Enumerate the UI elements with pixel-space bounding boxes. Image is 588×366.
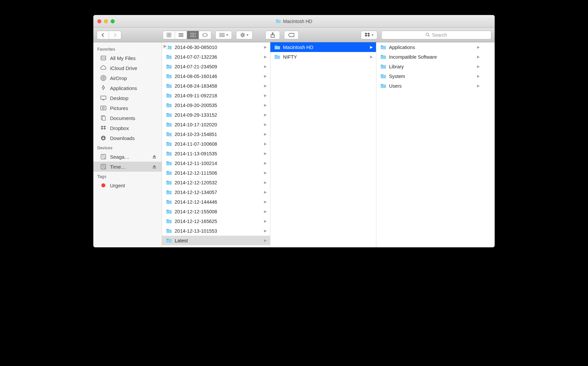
file-row[interactable]: NIFTY▶ [270,52,376,62]
sidebar-item[interactable]: Dropbox [93,123,162,133]
sidebar-item-label: Desktop [110,95,128,101]
file-row[interactable]: Incompatible Software▶ [376,52,483,62]
sidebar-item[interactable]: AirDrop [93,73,162,83]
back-button[interactable] [97,31,109,39]
file-row[interactable]: 2014-10-17-102020▶ [162,120,270,129]
sidebar-item[interactable]: Documents [93,113,162,123]
svg-line-30 [428,35,430,37]
file-row[interactable]: 2014-12-12-134057▶ [162,187,270,197]
list-view-button[interactable] [175,31,187,39]
search-icon [426,33,430,37]
chevron-right-icon: ▶ [264,84,267,88]
file-row[interactable]: 2014-12-12-111506▶ [162,168,270,178]
sidebar-item[interactable]: Desktop [93,93,162,103]
sidebar-item[interactable]: Urgent [93,180,162,190]
dropbox-button-group: ▾ [361,31,377,39]
sidebar-item[interactable]: All My Files [93,53,162,63]
file-row[interactable]: 2014-11-13-091535▶ [162,149,270,158]
svg-rect-31 [101,56,106,60]
file-row[interactable]: Macintosh HD▶ [270,42,376,52]
file-row[interactable]: 2014-12-12-155008▶ [162,207,270,216]
zoom-window-button[interactable] [111,19,115,23]
arrange-button[interactable]: ▾ [216,31,232,39]
eject-icon[interactable] [152,165,156,169]
arrange-icon [219,33,225,37]
svg-rect-13 [219,33,221,34]
svg-rect-54 [153,168,156,168]
icon-view-button[interactable] [163,31,175,39]
file-label: 2014-12-11-100214 [175,161,217,166]
sidebar-section-header: Favorites [93,44,162,53]
folder-icon [166,200,172,204]
file-row[interactable]: 2014-06-30-085010▶ [162,42,270,52]
svg-point-48 [102,155,104,157]
folder-icon [166,93,172,98]
forward-button[interactable] [109,31,121,39]
all-my-files-icon [100,55,107,61]
file-row[interactable]: 2014-08-05-160146▶ [162,71,270,81]
file-row[interactable]: Library▶ [376,62,483,71]
file-row[interactable]: 2014-07-21-234509▶ [162,62,270,71]
chevron-right-icon: ▶ [264,132,267,136]
file-row[interactable]: 2014-08-24-183458▶ [162,81,270,91]
tag-red-icon [100,182,107,189]
folder-icon [166,122,172,127]
sidebar-item[interactable]: Downloads [93,133,162,143]
chevron-right-icon: ▶ [477,64,480,69]
downloads-icon [100,135,107,141]
file-label: 2014-11-13-091535 [175,151,217,156]
file-row[interactable]: Users▶ [376,81,483,91]
file-label: 2014-12-12-155008 [175,209,217,214]
chevron-right-icon: ▶ [264,93,267,98]
folder-icon [166,64,172,69]
sidebar-item[interactable]: Applications [93,83,162,93]
file-row[interactable]: 2014-12-13-101553▶ [162,226,270,236]
file-row[interactable]: 2014-09-11-092218▶ [162,91,270,100]
file-row[interactable]: 2014-10-23-154851▶ [162,129,270,139]
coverflow-view-button[interactable] [199,31,211,39]
file-label: NIFTY [283,54,297,60]
minimize-window-button[interactable] [104,19,108,23]
sidebar-item[interactable]: Seaga… [93,152,162,162]
sidebar-item-label: Dropbox [110,125,129,131]
sidebar-item[interactable]: iCloud Drive [93,63,162,73]
eject-icon[interactable] [152,155,156,159]
file-row[interactable]: 2014-12-12-165625▶ [162,216,270,226]
sidebar-item[interactable]: Time… [93,162,162,172]
file-row[interactable]: System▶ [376,71,483,81]
window-title-text: Macintosh HD [283,19,312,24]
file-row[interactable]: 2014-12-12-120532▶ [162,178,270,187]
file-row[interactable]: 2014-12-12-144446▶ [162,197,270,207]
file-row[interactable]: 2014-11-07-100608▶ [162,139,270,149]
file-row[interactable]: 2014-07-07-132236▶ [162,52,270,62]
titlebar: Macintosh HD [93,15,495,28]
dropbox-button[interactable]: ▾ [361,31,377,39]
sidebar-item-label: All My Files [110,55,136,61]
file-row[interactable]: Latest▶ [162,236,270,245]
sidebar-item[interactable]: Pictures [93,103,162,113]
file-row[interactable]: 2014-09-29-133152▶ [162,110,270,120]
folder-icon [166,103,172,108]
close-window-button[interactable] [97,19,101,23]
sidebar: FavoritesAll My FilesiCloud DriveAirDrop… [93,42,162,247]
chevron-right-icon: ▶ [264,171,267,175]
chevron-right-icon: ▶ [370,55,373,59]
tags-button[interactable] [284,31,298,39]
svg-rect-18 [223,35,225,37]
share-button[interactable] [266,31,280,39]
file-row[interactable]: Applications▶ [376,42,483,52]
file-label: 2014-12-12-165625 [175,219,217,224]
column-2: Macintosh HD▶NIFTY▶ [270,42,376,247]
folder-icon [380,55,386,59]
chevron-right-icon: ▶ [264,151,267,156]
svg-line-24 [241,33,242,34]
search-input[interactable]: Search [381,31,491,39]
column-view-button[interactable] [187,31,199,39]
action-button-group: ▾ [236,31,253,39]
action-button[interactable]: ▾ [236,31,252,39]
expand-handle[interactable]: ▶ [162,43,168,49]
folder-icon [276,19,281,24]
file-row[interactable]: 2014-09-20-200535▶ [162,100,270,110]
file-row[interactable]: 2014-12-11-100214▶ [162,158,270,168]
chevron-right-icon: ▶ [477,55,480,59]
